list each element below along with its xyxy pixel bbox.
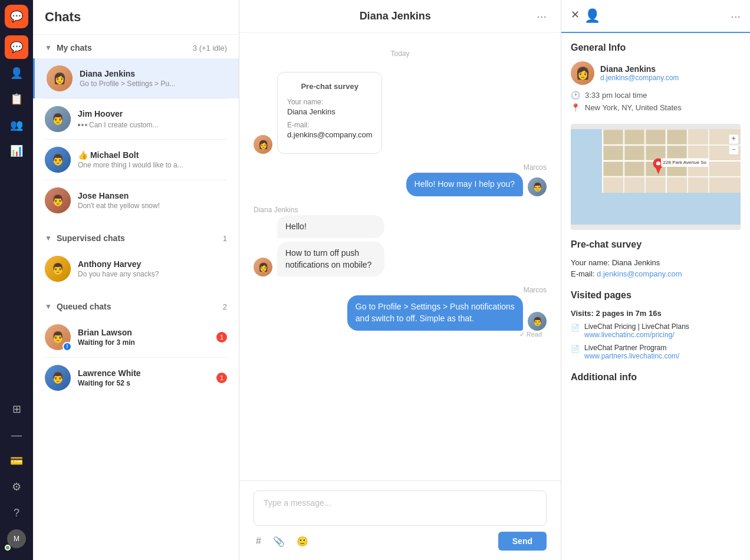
chat-info-jose: Jose Hansen Don't eat the yellow snow! bbox=[78, 191, 227, 210]
chat-item-diana[interactable]: 👩 Diana Jenkins Go to Profile > Settings… bbox=[33, 58, 239, 98]
message-row-outgoing-2: 👨 Go to Profile > Settings > Push notifi… bbox=[254, 295, 547, 330]
survey-name-value-detail: Diana Jenkins bbox=[612, 258, 660, 267]
nav-visitors-icon[interactable]: 👥 bbox=[5, 113, 28, 137]
chat-item-jim[interactable]: 👨 Jim Hoover Can I create custom... bbox=[33, 99, 239, 139]
icon-nav: 💬 💬 👤 📋 👥 📊 ⊞ — 💳 ⚙ ? M bbox=[0, 0, 33, 560]
chat-info-diana: Diana Jenkins Go to Profile > Settings >… bbox=[80, 69, 227, 88]
queued-chats-section-header[interactable]: ▼ Queued chats 2 bbox=[33, 294, 239, 317]
chat-info-lawrence: Lawrence White Waiting for 52 s bbox=[78, 368, 209, 387]
emoji-tool-button[interactable]: 🙂 bbox=[294, 533, 311, 549]
page-url-2[interactable]: www.partners.livechatinc.com/ bbox=[584, 352, 679, 360]
chat-info-anthony: Anthony Harvey Do you have any snacks? bbox=[78, 259, 227, 278]
chat-header: Diana Jenkins ··· bbox=[239, 0, 561, 33]
svg-point-25 bbox=[656, 162, 660, 166]
message-group-outgoing-2: Marcos 👨 Go to Profile > Settings > Push… bbox=[254, 286, 547, 338]
message-row-survey: 👩 Pre-chat survey Your name: Diana Jenki… bbox=[254, 72, 547, 154]
chat-item-michael[interactable]: 👨 👍 Michael Bolt One more thing I would … bbox=[33, 140, 239, 180]
map-placeholder: 228 Park Avenue So + − bbox=[571, 124, 741, 230]
nav-apps-icon[interactable]: ⊞ bbox=[5, 397, 28, 421]
badge-brian: 1 bbox=[216, 332, 227, 342]
chat-item-jose[interactable]: 👨 Jose Hansen Don't eat the yellow snow! bbox=[33, 180, 239, 220]
chat-item-brian[interactable]: 👨 f Brian Lawson Waiting for 3 min 1 bbox=[33, 317, 239, 357]
nav-help-icon[interactable]: ? bbox=[5, 501, 28, 525]
send-button[interactable]: Send bbox=[498, 532, 547, 551]
attachment-tool-button[interactable]: 📎 bbox=[271, 533, 287, 549]
location-icon: 📍 bbox=[571, 103, 580, 112]
chat-info-michael: 👍 Michael Bolt One more thing I would li… bbox=[78, 150, 227, 169]
chat-preview-michael: One more thing I would like to a... bbox=[78, 161, 227, 169]
survey-name-value: Diana Jenkins bbox=[287, 107, 372, 116]
nav-reports-icon[interactable]: 📋 bbox=[5, 87, 28, 111]
close-panel-icon[interactable]: ✕ bbox=[571, 8, 580, 24]
svg-text:228 Park Avenue So: 228 Park Avenue So bbox=[663, 160, 707, 165]
right-panel-header: ✕ 👤 ··· bbox=[561, 0, 750, 33]
avatar-michael: 👨 bbox=[45, 147, 71, 173]
chat-info-brian: Brian Lawson Waiting for 3 min bbox=[78, 328, 209, 347]
chat-item-lawrence[interactable]: 👨 Lawrence White Waiting for 52 s 1 bbox=[33, 358, 239, 398]
chat-name-anthony: Anthony Harvey bbox=[78, 259, 227, 269]
read-receipt: ✓ Read bbox=[254, 331, 547, 338]
my-chats-section-header[interactable]: ▼ My chats 3 (+1 idle) bbox=[33, 35, 239, 58]
avatar-jim: 👨 bbox=[45, 106, 71, 132]
right-panel-left-actions: ✕ 👤 bbox=[571, 8, 600, 24]
supervised-chats-section-header[interactable]: ▼ Supervised chats 1 bbox=[33, 225, 239, 249]
chat-preview-jim: Can I create custom... bbox=[78, 120, 227, 129]
chat-preview-jose: Don't eat the yellow snow! bbox=[78, 202, 227, 210]
chat-name-jose: Jose Hansen bbox=[78, 191, 227, 200]
survey-email-row: E-mail: d.jenkins@company.com bbox=[571, 269, 741, 278]
queued-chats-count: 2 bbox=[223, 302, 227, 311]
avatar-brian-wrap: 👨 f bbox=[45, 324, 71, 350]
message-toolbar: # 📎 🙂 Send bbox=[254, 532, 547, 551]
info-user-details: Diana Jenkins d.jenkins@company.com bbox=[600, 64, 679, 82]
chat-preview-lawrence: Waiting for 52 s bbox=[78, 379, 209, 387]
general-info-label: General Info bbox=[571, 42, 741, 53]
right-panel-content: General Info 👩 Diana Jenkins d.jenkins@c… bbox=[561, 33, 750, 560]
profile-tab-icon[interactable]: 👤 bbox=[584, 8, 600, 24]
queued-chats-label: Queued chats bbox=[57, 302, 111, 311]
queued-chats-chevron: ▼ bbox=[45, 302, 52, 311]
survey-email-value-detail: d.jenkins@company.com bbox=[597, 269, 682, 278]
survey-card-title: Pre-chat survey bbox=[287, 82, 372, 91]
page-url-1[interactable]: www.livechatinc.com/pricing/ bbox=[584, 331, 689, 339]
svg-rect-15 bbox=[667, 130, 686, 144]
svg-text:+: + bbox=[732, 134, 736, 143]
messages-area: Today 👩 Pre-chat survey Your name: Diana… bbox=[239, 33, 561, 480]
fb-badge-brian: f bbox=[63, 342, 72, 351]
svg-rect-17 bbox=[625, 146, 644, 160]
message-avatar-diana-2: 👩 bbox=[254, 258, 272, 276]
nav-avatar-icon[interactable]: M bbox=[5, 527, 28, 551]
nav-divider-icon: — bbox=[5, 423, 28, 447]
svg-rect-19 bbox=[667, 146, 686, 160]
sidebar: Chats ▼ My chats 3 (+1 idle) 👩 Diana Jen… bbox=[33, 0, 239, 560]
nav-chats-icon[interactable]: 💬 bbox=[5, 35, 28, 59]
hashtag-tool-button[interactable]: # bbox=[254, 533, 264, 549]
chat-item-anthony[interactable]: 👨 Anthony Harvey Do you have any snacks? bbox=[33, 249, 239, 289]
message-placeholder: Type a message... bbox=[264, 498, 331, 508]
more-options-icon[interactable]: ··· bbox=[537, 9, 547, 23]
message-tools: # 📎 🙂 bbox=[254, 533, 311, 549]
survey-email-value: d.jenkins@company.com bbox=[287, 130, 372, 139]
more-panel-options-icon[interactable]: ··· bbox=[731, 9, 741, 23]
pre-chat-survey-section: Pre-chat survey Your name: Diana Jenkins… bbox=[571, 239, 741, 278]
info-user: 👩 Diana Jenkins d.jenkins@company.com bbox=[571, 61, 741, 85]
survey-email-label: E-mail: bbox=[287, 121, 372, 129]
info-local-time: 3:33 pm local time bbox=[585, 91, 647, 100]
avatar-lawrence-wrap: 👨 bbox=[45, 365, 71, 391]
visited-pages-label: Visited pages bbox=[571, 290, 741, 301]
svg-rect-12 bbox=[604, 130, 623, 144]
page-info-1: LiveChat Pricing | LiveChat Plans www.li… bbox=[584, 322, 689, 339]
message-input-box[interactable]: Type a message... bbox=[254, 490, 547, 526]
nav-analytics-icon[interactable]: 📊 bbox=[5, 139, 28, 163]
nav-agents-icon[interactable]: 👤 bbox=[5, 61, 28, 85]
nav-billing-icon[interactable]: 💳 bbox=[5, 449, 28, 473]
svg-rect-14 bbox=[646, 130, 665, 144]
message-row-incoming-1: 👩 Hello! How to turn off push notificati… bbox=[254, 215, 547, 277]
chat-name-lawrence: Lawrence White bbox=[78, 368, 209, 378]
my-chats-chevron: ▼ bbox=[45, 44, 52, 52]
page-item-2: 📄 LiveChat Partner Program www.partners.… bbox=[571, 344, 741, 360]
info-location: New York, NY, United States bbox=[585, 103, 682, 112]
nav-settings-icon[interactable]: ⚙ bbox=[5, 475, 28, 499]
avatar-diana: 👩 bbox=[47, 65, 73, 91]
svg-rect-21 bbox=[625, 162, 644, 176]
chat-info-jim: Jim Hoover Can I create custom... bbox=[78, 109, 227, 129]
